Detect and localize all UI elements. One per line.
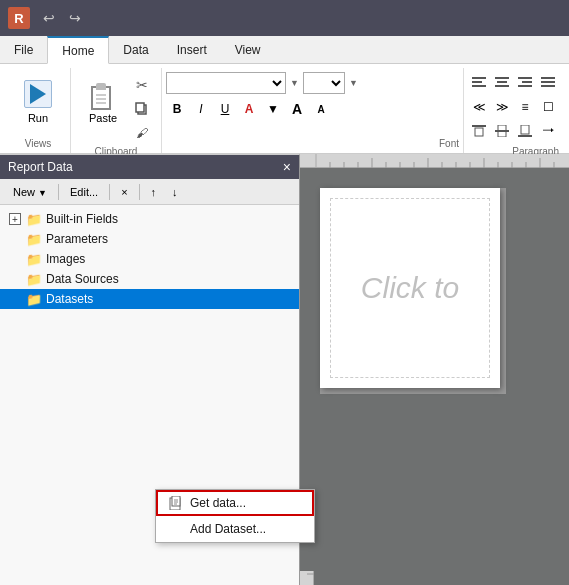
justify-button[interactable] [537, 72, 559, 94]
panel-close-button[interactable]: × [283, 160, 291, 174]
clipboard-small-btns: ✂ 🖌 [131, 72, 153, 144]
tree-label-parameters: Parameters [46, 232, 108, 246]
new-button[interactable]: New ▼ [6, 183, 54, 201]
copy-button[interactable] [131, 98, 153, 120]
title-bar: R ↩ ↪ [0, 0, 569, 36]
folder-icon-data-sources: 📁 [26, 271, 42, 287]
svg-rect-14 [472, 125, 486, 127]
toolbar-sep3 [139, 184, 140, 200]
italic-button[interactable]: I [190, 98, 212, 120]
font-size-select[interactable] [303, 72, 345, 94]
new-arrow: ▼ [38, 188, 47, 198]
tree-item-parameters[interactable]: 📁 Parameters [0, 229, 299, 249]
valign-mid-button[interactable] [491, 120, 513, 142]
click-to-text[interactable]: Click to [361, 271, 459, 305]
delete-button[interactable]: × [114, 183, 134, 201]
folder-icon-built-in: 📁 [26, 211, 42, 227]
placeholder-button[interactable]: ☐ [537, 96, 559, 118]
align-center-button[interactable] [491, 72, 513, 94]
canvas-area: Click to [300, 168, 506, 571]
svg-rect-15 [475, 128, 483, 136]
svg-rect-12 [541, 81, 555, 83]
expand-plus-built-in: + [9, 213, 21, 225]
tree-label-datasets: Datasets [46, 292, 93, 306]
font-group-footer: Font [166, 120, 459, 149]
tree-label-images: Images [46, 252, 85, 266]
svg-rect-19 [521, 125, 529, 134]
para-row1 [468, 72, 559, 94]
format-painter-button[interactable]: 🖌 [131, 122, 153, 144]
valign-bottom-button[interactable] [514, 120, 536, 142]
font-family-select[interactable] [166, 72, 286, 94]
bold-button[interactable]: B [166, 98, 188, 120]
views-group-label: Views [25, 136, 52, 153]
size-dropdown-arrow: ▼ [349, 78, 358, 88]
panel-toolbar: New ▼ Edit... × ↑ ↓ [0, 179, 299, 205]
context-menu: Get data... Add Dataset... [155, 489, 315, 543]
tree-item-datasets[interactable]: 📁 Datasets [0, 289, 299, 309]
paste-label: Paste [89, 112, 117, 124]
get-data-svg [169, 496, 183, 510]
get-data-label: Get data... [190, 496, 246, 510]
svg-rect-7 [495, 85, 509, 87]
menu-insert[interactable]: Insert [163, 36, 221, 63]
new-label: New [13, 186, 35, 198]
svg-rect-13 [541, 85, 555, 87]
align-center-icon [495, 77, 509, 89]
expand-icon-parameters [8, 232, 22, 246]
move-down-button[interactable]: ↓ [165, 183, 185, 201]
font-shrink-button[interactable]: A [310, 98, 332, 120]
font-color-dropdown[interactable]: ▼ [262, 98, 284, 120]
page-white: Click to [320, 188, 500, 388]
indent-less-button[interactable]: ≪ [468, 96, 490, 118]
tree-label-data-sources: Data Sources [46, 272, 119, 286]
folder-icon-datasets: 📁 [26, 291, 42, 307]
app-icon: R [8, 7, 30, 29]
cut-button[interactable]: ✂ [131, 74, 153, 96]
para-row2: ≪ ≫ ≡ ☐ [468, 96, 559, 118]
svg-rect-18 [518, 135, 532, 137]
indent-more-button[interactable]: ≫ [491, 96, 513, 118]
redo-button[interactable]: ↪ [64, 7, 86, 29]
align-right-button[interactable] [514, 72, 536, 94]
svg-rect-5 [495, 77, 509, 79]
underline-button[interactable]: U [214, 98, 236, 120]
line-spacing-button[interactable]: ≡ [514, 96, 536, 118]
panel-tree: + 📁 Built-in Fields 📁 Parameters 📁 Image… [0, 205, 299, 313]
run-button[interactable]: Run [14, 72, 62, 130]
get-data-icon [168, 495, 184, 511]
report-data-panel: Report Data × New ▼ Edit... × ↑ ↓ + 📁 Bu… [0, 154, 300, 585]
menu-view[interactable]: View [221, 36, 275, 63]
svg-rect-4 [472, 85, 486, 87]
menu-data[interactable]: Data [109, 36, 162, 63]
font-grow-button[interactable]: A [286, 98, 308, 120]
svg-rect-3 [472, 81, 482, 83]
context-menu-get-data[interactable]: Get data... [156, 490, 314, 516]
tree-item-images[interactable]: 📁 Images [0, 249, 299, 269]
valign-top-button[interactable] [468, 120, 490, 142]
tree-label-built-in-fields: Built-in Fields [46, 212, 118, 226]
run-play-bg [24, 80, 52, 108]
panel-header: Report Data × [0, 155, 299, 179]
ruler-top-marks [302, 154, 569, 168]
font-group-label: Font [439, 136, 459, 149]
paste-button[interactable]: Paste [79, 72, 127, 130]
tree-item-built-in-fields[interactable]: + 📁 Built-in Fields [0, 209, 299, 229]
font-color-button[interactable]: A [238, 98, 260, 120]
undo-button[interactable]: ↩ [38, 7, 60, 29]
clipboard-body [91, 86, 111, 110]
menu-file[interactable]: File [0, 36, 47, 63]
menu-home[interactable]: Home [47, 36, 109, 64]
text-direction-button[interactable]: ⭢ [537, 120, 559, 142]
clipboard-group-content: Paste ✂ 🖌 [79, 68, 153, 144]
move-up-button[interactable]: ↑ [144, 183, 164, 201]
svg-rect-2 [472, 77, 486, 79]
context-menu-add-dataset[interactable]: Add Dataset... [156, 516, 314, 542]
tree-item-data-sources[interactable]: 📁 Data Sources [0, 269, 299, 289]
edit-button[interactable]: Edit... [63, 183, 105, 201]
font-row2: B I U A ▼ A A [166, 98, 459, 120]
align-left-button[interactable] [468, 72, 490, 94]
folder-icon-parameters: 📁 [26, 231, 42, 247]
font-dropdown-arrow: ▼ [290, 78, 299, 88]
clipboard-clip [96, 83, 106, 90]
